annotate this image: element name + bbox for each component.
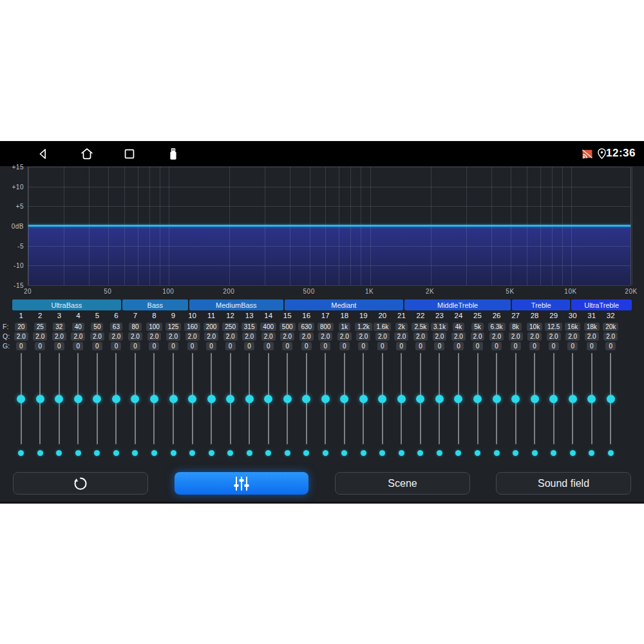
slider-knob[interactable]	[93, 395, 101, 403]
slider-knob[interactable]	[264, 395, 272, 403]
q-cell: 2.0	[335, 332, 354, 341]
slider-knob[interactable]	[17, 395, 25, 403]
freq-value: 10k	[527, 323, 542, 331]
eq-band-slider[interactable]	[278, 353, 297, 444]
eq-band-slider[interactable]	[430, 353, 450, 444]
home-icon[interactable]	[80, 147, 94, 161]
eq-band-slider[interactable]	[487, 353, 506, 444]
eq-band-slider[interactable]	[411, 353, 430, 444]
slider-knob[interactable]	[245, 395, 254, 403]
eq-band-slider[interactable]	[107, 353, 126, 444]
freq-value: 3.1k	[431, 323, 448, 331]
slider-knob[interactable]	[169, 395, 178, 403]
q-cell: 2.0	[259, 332, 278, 341]
slider-knob[interactable]	[435, 395, 444, 403]
slider-knob[interactable]	[321, 395, 330, 403]
slider-knob[interactable]	[283, 395, 292, 403]
band-number: 6	[107, 311, 126, 320]
slider-knob[interactable]	[531, 395, 539, 403]
eq-band-slider[interactable]	[582, 353, 601, 444]
gain-cell: 0	[164, 341, 183, 350]
eq-band-slider[interactable]	[31, 353, 50, 444]
eq-band-slider[interactable]	[354, 353, 374, 444]
eq-band-slider[interactable]	[259, 353, 278, 444]
slider-knob[interactable]	[112, 395, 120, 403]
slider-knob[interactable]	[378, 395, 386, 403]
slider-knob[interactable]	[549, 395, 558, 403]
gain-row-label: G:	[3, 342, 11, 350]
slider-knob[interactable]	[74, 395, 82, 403]
freq-value: 2k	[395, 323, 408, 331]
freq-cell: 8k	[506, 322, 526, 331]
freq-value: 20k	[603, 323, 618, 331]
slider-knob[interactable]	[131, 395, 139, 403]
freq-cell: 18k	[582, 322, 601, 331]
q-value: 2.0	[280, 332, 294, 341]
eq-band-slider[interactable]	[12, 353, 31, 444]
equalizer-button[interactable]	[175, 472, 308, 495]
eq-band-slider[interactable]	[449, 353, 468, 444]
eq-band-slider[interactable]	[164, 353, 183, 444]
slider-knob[interactable]	[511, 395, 520, 403]
gain-value: 0	[605, 342, 616, 350]
usb-icon[interactable]	[166, 147, 180, 161]
eq-band-slider[interactable]	[145, 353, 164, 444]
slider-knob[interactable]	[36, 395, 44, 403]
gain-value: 0	[473, 342, 483, 350]
slider-knob[interactable]	[587, 395, 596, 403]
freq-cell: 10k	[525, 322, 544, 331]
scene-button[interactable]: Scene	[335, 472, 470, 495]
slider-knob[interactable]	[607, 395, 615, 403]
slider-knob[interactable]	[150, 395, 158, 403]
eq-band-slider[interactable]	[316, 353, 336, 444]
eq-band-slider[interactable]	[88, 353, 107, 444]
eq-band-slider[interactable]	[240, 353, 259, 444]
recents-icon[interactable]	[122, 147, 137, 161]
eq-band-slider[interactable]	[221, 353, 240, 444]
freq-cell: 80	[126, 322, 145, 331]
eq-band-slider[interactable]	[335, 353, 354, 444]
slider-knob[interactable]	[188, 395, 196, 403]
q-cell: 2.0	[240, 332, 259, 341]
reset-button[interactable]	[13, 472, 148, 495]
eq-band-slider[interactable]	[50, 353, 69, 444]
eq-band-slider[interactable]	[69, 353, 88, 444]
q-value-row: 2.0 2.0 2.0 2.0 2.0 2.0 2.0	[12, 332, 620, 341]
band-indicator-cell	[354, 450, 374, 456]
slider-knob[interactable]	[454, 395, 462, 403]
gain-cell: 0	[69, 341, 88, 350]
eq-band-slider[interactable]	[525, 353, 544, 444]
slider-knob[interactable]	[473, 395, 482, 403]
slider-knob[interactable]	[359, 395, 368, 403]
eq-band-slider[interactable]	[297, 353, 316, 444]
slider-knob[interactable]	[493, 395, 501, 403]
cast-icon[interactable]	[581, 147, 594, 160]
sound-field-button[interactable]: Sound field	[496, 472, 631, 495]
slider-knob[interactable]	[302, 395, 310, 403]
eq-band-slider[interactable]	[544, 353, 564, 444]
eq-band-slider[interactable]	[601, 353, 620, 444]
slider-knob[interactable]	[397, 395, 406, 403]
band-indicator-cell	[278, 450, 297, 456]
slider-knob[interactable]	[340, 395, 348, 403]
slider-knob[interactable]	[207, 395, 216, 403]
eq-band-slider[interactable]	[373, 353, 392, 444]
eq-band-slider[interactable]	[563, 353, 582, 444]
slider-knob[interactable]	[226, 395, 234, 403]
eq-band-slider[interactable]	[506, 353, 526, 444]
eq-band-slider[interactable]	[392, 353, 412, 444]
band-number: 12	[221, 311, 240, 320]
eq-band-slider[interactable]	[126, 353, 145, 444]
freq-cell: 100	[145, 322, 164, 331]
freq-cell: 3.1k	[430, 322, 450, 331]
back-icon[interactable]	[36, 147, 50, 161]
slider-knob[interactable]	[55, 395, 63, 403]
eq-band-slider[interactable]	[183, 353, 202, 444]
slider-knob[interactable]	[416, 395, 424, 403]
eq-band-slider[interactable]	[202, 353, 221, 444]
freq-cell: 125	[164, 322, 183, 331]
gain-cell: 0	[259, 341, 278, 350]
freq-value: 16k	[565, 323, 580, 331]
eq-band-slider[interactable]	[468, 353, 488, 444]
slider-knob[interactable]	[569, 395, 577, 403]
